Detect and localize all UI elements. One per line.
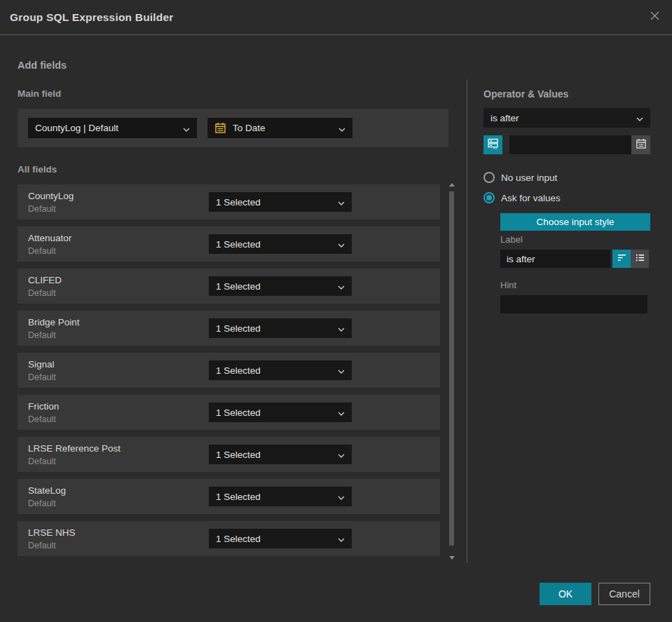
chevron-down-icon (338, 364, 345, 377)
field-row: Attenuator Default 1 Selected (18, 227, 440, 262)
field-selected-dropdown[interactable]: 1 Selected (209, 445, 352, 464)
field-name: Signal (28, 359, 55, 370)
field-subtitle: Default (28, 204, 56, 214)
field-subtitle: Default (28, 414, 56, 424)
calendar-icon (636, 138, 647, 152)
field-subtitle: Default (28, 372, 56, 382)
operator-values-heading: Operator & Values (484, 88, 568, 100)
chevron-down-icon (636, 111, 643, 124)
field-subtitle: Default (28, 288, 56, 298)
field-row: StateLog Default 1 Selected (18, 479, 440, 514)
calendar-icon (214, 122, 226, 134)
group-sql-expression-builder-dialog: Group SQL Expression Builder Add fields … (0, 0, 672, 622)
field-subtitle: Default (28, 246, 56, 256)
choose-input-style-button[interactable]: Choose input style (500, 213, 650, 231)
date-picker-button[interactable] (631, 135, 650, 154)
field-selected-dropdown[interactable]: 1 Selected (209, 318, 352, 338)
chevron-down-icon (183, 122, 190, 135)
field-selected-dropdown[interactable]: 1 Selected (209, 529, 352, 548)
field-row: LRSE NHS Default 1 Selected (18, 521, 440, 556)
hint-caption: Hint (500, 280, 516, 290)
field-selected-dropdown[interactable]: 1 Selected (209, 192, 352, 212)
field-name: StateLog (28, 485, 66, 496)
date-field-dropdown-value: To Date (233, 123, 334, 133)
ok-button[interactable]: OK (540, 583, 591, 605)
operator-dropdown[interactable]: is after (484, 108, 650, 128)
field-selected-value: 1 Selected (216, 323, 334, 334)
radio-no-user-input-label: No user input (501, 173, 557, 183)
scrollbar-thumb[interactable] (449, 191, 454, 546)
field-subtitle: Default (28, 330, 56, 340)
chevron-down-icon (338, 280, 345, 292)
field-subtitle: Default (28, 457, 56, 466)
label-input[interactable] (500, 250, 610, 268)
scrollbar-down-arrow-icon[interactable] (449, 556, 455, 560)
main-field-heading: Main field (18, 88, 61, 99)
main-field-container: CountyLog | Default To Date (18, 109, 448, 147)
add-fields-heading: Add fields (18, 60, 67, 71)
radio-circle-icon (484, 172, 495, 183)
all-fields-heading: All fields (18, 164, 57, 175)
label-caption: Label (500, 234, 523, 245)
field-selected-value: 1 Selected (216, 281, 334, 292)
field-selected-value: 1 Selected (216, 534, 334, 544)
field-selected-dropdown[interactable]: 1 Selected (209, 276, 352, 296)
field-row: Signal Default 1 Selected (18, 353, 440, 388)
field-selected-dropdown[interactable]: 1 Selected (209, 360, 352, 380)
align-left-lines-icon (617, 252, 627, 266)
main-field-dropdown[interactable]: CountyLog | Default (28, 118, 197, 138)
field-selected-value: 1 Selected (216, 365, 334, 376)
chevron-down-icon (338, 448, 345, 461)
label-style-text-toggle[interactable] (612, 250, 631, 268)
label-style-list-toggle[interactable] (631, 250, 649, 268)
field-name: CountyLog (28, 191, 74, 201)
hint-input[interactable] (500, 295, 647, 313)
field-name: CLIFED (28, 275, 62, 285)
chevron-down-icon (338, 122, 345, 135)
chevron-down-icon (338, 490, 345, 503)
unique-values-button[interactable] (484, 135, 502, 154)
field-name: Attenuator (28, 233, 71, 243)
scrollbar-up-arrow-icon[interactable] (449, 183, 455, 187)
field-row: Bridge Point Default 1 Selected (18, 311, 440, 346)
field-selected-value: 1 Selected (216, 407, 334, 418)
all-fields-list: CountyLog Default 1 Selected Attenuator … (18, 184, 440, 563)
list-scrollbar[interactable] (448, 183, 456, 560)
close-icon (649, 10, 661, 25)
field-row: CLIFED Default 1 Selected (18, 269, 440, 304)
field-subtitle: Default (28, 499, 56, 508)
radio-ask-for-values-label: Ask for values (501, 193, 561, 203)
radio-circle-selected-icon (484, 192, 495, 203)
field-row: LRSE Reference Post Default 1 Selected (18, 437, 440, 472)
chevron-down-icon (338, 238, 345, 250)
main-field-dropdown-value: CountyLog | Default (35, 123, 179, 133)
chevron-down-icon (338, 322, 345, 334)
field-selected-dropdown[interactable]: 1 Selected (209, 403, 352, 422)
panel-divider (467, 79, 467, 563)
field-name: LRSE Reference Post (28, 443, 121, 454)
close-button[interactable] (649, 10, 661, 25)
field-selected-dropdown[interactable]: 1 Selected (209, 234, 352, 254)
chevron-down-icon (338, 196, 345, 208)
chevron-down-icon (338, 406, 345, 419)
stacked-list-icon (487, 137, 499, 152)
field-name: Bridge Point (28, 317, 80, 327)
date-field-dropdown[interactable]: To Date (207, 118, 352, 138)
cancel-button[interactable]: Cancel (598, 583, 650, 605)
field-name: LRSE NHS (28, 527, 76, 538)
field-row: CountyLog Default 1 Selected (18, 184, 440, 219)
dialog-header: Group SQL Expression Builder (0, 0, 672, 35)
field-name: Friction (28, 401, 59, 412)
radio-ask-for-values[interactable]: Ask for values (484, 192, 561, 203)
bulleted-list-icon (635, 252, 645, 266)
field-selected-value: 1 Selected (216, 197, 334, 208)
value-input[interactable] (509, 135, 631, 154)
radio-no-user-input[interactable]: No user input (484, 172, 557, 183)
field-selected-value: 1 Selected (216, 492, 334, 502)
field-selected-value: 1 Selected (216, 239, 334, 250)
field-row: Friction Default 1 Selected (18, 395, 440, 430)
dialog-title: Group SQL Expression Builder (10, 11, 174, 24)
field-selected-dropdown[interactable]: 1 Selected (209, 487, 352, 506)
field-subtitle: Default (28, 541, 56, 550)
chevron-down-icon (338, 532, 345, 545)
